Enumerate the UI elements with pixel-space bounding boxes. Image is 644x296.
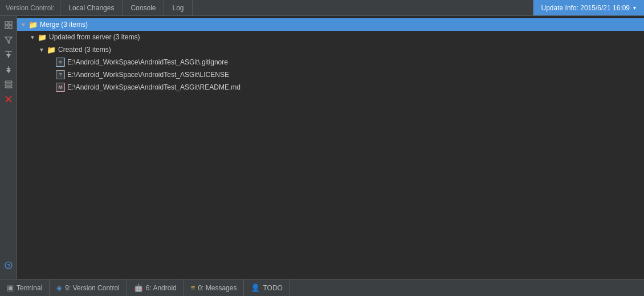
tree-row[interactable]: ▼ 📁 Updated from server (3 items) bbox=[17, 31, 644, 43]
tree-node-label: Merge (3 items) bbox=[40, 21, 88, 29]
svg-rect-11 bbox=[5, 81, 12, 83]
tree-row[interactable]: ▶ ? E:\Android_WorkSpace\AndroidTest_ASG… bbox=[17, 68, 644, 81]
file-label: E:\Android_WorkSpace\AndroidTest_ASGit\L… bbox=[67, 71, 229, 79]
version-control-label: Version Control: bbox=[0, 0, 60, 15]
messages-icon: ≡ bbox=[191, 283, 195, 292]
svg-rect-2 bbox=[5, 26, 8, 29]
filter-button[interactable] bbox=[2, 33, 15, 47]
tree-row[interactable]: ▼ 📁 Merge (3 items) bbox=[17, 18, 644, 31]
expand-arrow-icon: ▼ bbox=[38, 46, 46, 54]
tab-update-info[interactable]: Update Info: 2015/6/21 16:09 ▾ bbox=[533, 0, 644, 15]
terminal-label: Terminal bbox=[17, 284, 42, 292]
top-tab-bar: Version Control: Local Changes Console L… bbox=[0, 0, 644, 16]
expand-all-button[interactable] bbox=[2, 63, 15, 76]
tree-node-label: Created (3 items) bbox=[58, 46, 111, 54]
svg-rect-13 bbox=[5, 87, 12, 88]
svg-rect-3 bbox=[9, 26, 12, 29]
status-bar: ▣ Terminal ◈ 9: Version Control 🤖 6: And… bbox=[0, 279, 644, 296]
expand-to-first-button[interactable] bbox=[2, 48, 15, 62]
status-tab-android[interactable]: 🤖 6: Android bbox=[127, 279, 184, 296]
content-area: ▼ 📁 Merge (3 items) ▼ 📁 Updated from ser… bbox=[17, 16, 644, 279]
status-tab-todo[interactable]: 👤 TODO bbox=[244, 279, 290, 296]
main-layout: ? ▼ 📁 Merge (3 items) ▼ 📁 Updated from s… bbox=[0, 16, 644, 279]
tree-row[interactable]: ▼ 📁 Created (3 items) bbox=[17, 43, 644, 56]
expand-arrow-icon: ▼ bbox=[19, 21, 27, 29]
android-label: 6: Android bbox=[146, 284, 177, 292]
collapse-all-button[interactable] bbox=[2, 18, 15, 32]
messages-label: 0: Messages bbox=[198, 284, 237, 292]
svg-rect-0 bbox=[5, 22, 8, 25]
remove-button[interactable] bbox=[2, 92, 15, 106]
folder-icon: 📁 bbox=[47, 46, 56, 54]
status-tab-terminal[interactable]: ▣ Terminal bbox=[0, 279, 50, 296]
group-button[interactable] bbox=[2, 78, 15, 91]
file-badge-icon: M bbox=[56, 83, 65, 92]
tab-console[interactable]: Console bbox=[123, 0, 164, 15]
dropdown-arrow-icon: ▾ bbox=[633, 5, 636, 11]
tree-node-label: Updated from server (3 items) bbox=[49, 33, 140, 41]
tab-log[interactable]: Log bbox=[164, 0, 192, 15]
file-label: E:\Android_WorkSpace\AndroidTest_ASGit\.… bbox=[67, 58, 228, 66]
version-control-label: 9: Version Control bbox=[65, 284, 119, 292]
tree-row[interactable]: ▶ ≡ E:\Android_WorkSpace\AndroidTest_ASG… bbox=[17, 56, 644, 68]
svg-marker-7 bbox=[6, 54, 11, 58]
terminal-icon: ▣ bbox=[7, 283, 14, 292]
todo-label: TODO bbox=[263, 284, 282, 292]
file-badge-icon: ≡ bbox=[56, 58, 65, 67]
expand-arrow-icon: ▼ bbox=[28, 33, 36, 41]
svg-rect-1 bbox=[9, 22, 12, 25]
svg-marker-4 bbox=[5, 37, 12, 43]
svg-text:?: ? bbox=[7, 263, 10, 269]
status-tab-version-control[interactable]: ◈ 9: Version Control bbox=[50, 279, 127, 296]
todo-icon: 👤 bbox=[251, 283, 260, 292]
svg-marker-10 bbox=[6, 70, 11, 73]
file-badge-icon: ? bbox=[56, 70, 65, 79]
left-toolbar: ? bbox=[0, 16, 17, 279]
android-icon: 🤖 bbox=[134, 283, 143, 292]
version-control-icon: ◈ bbox=[56, 283, 62, 292]
tree-row[interactable]: ▶ M E:\Android_WorkSpace\AndroidTest_ASG… bbox=[17, 81, 644, 94]
folder-icon: 📁 bbox=[38, 33, 47, 42]
status-tab-messages[interactable]: ≡ 0: Messages bbox=[184, 279, 244, 296]
tab-local-changes[interactable]: Local Changes bbox=[60, 0, 123, 15]
svg-rect-12 bbox=[5, 84, 12, 86]
help-button[interactable]: ? bbox=[2, 258, 15, 272]
folder-icon: 📁 bbox=[28, 21, 38, 29]
file-tree: ▼ 📁 Merge (3 items) ▼ 📁 Updated from ser… bbox=[17, 16, 644, 96]
file-label: E:\Android_WorkSpace\AndroidTest_ASGit\R… bbox=[67, 83, 241, 91]
